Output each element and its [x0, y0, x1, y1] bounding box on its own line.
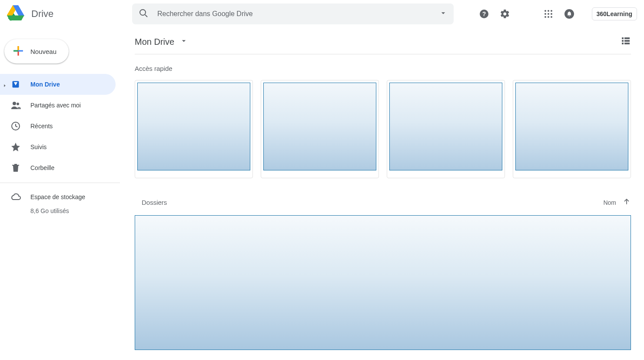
breadcrumb[interactable]: Mon Drive [135, 37, 188, 47]
search-bar[interactable]: Rechercher dans Google Drive [132, 3, 454, 24]
new-button[interactable]: Nouveau [4, 39, 69, 63]
sidebar-item-trash[interactable]: Corbeille [0, 157, 116, 178]
thumbnail-placeholder [515, 83, 628, 170]
svg-rect-33 [624, 40, 630, 42]
svg-rect-23 [17, 46, 19, 51]
thumbnail-placeholder [263, 83, 376, 170]
svg-rect-32 [622, 40, 624, 42]
search-icon [138, 8, 149, 20]
drive-icon [10, 79, 21, 90]
drive-logo-icon [7, 4, 24, 23]
header-actions: ? 360Learning [479, 7, 637, 20]
divider [135, 54, 631, 54]
sidebar-item-label: Récents [30, 123, 53, 130]
sidebar-item-label: Corbeille [30, 164, 54, 171]
quick-access-card[interactable] [261, 80, 379, 178]
main-content: Mon Drive Accès rapide [120, 28, 644, 360]
apps-grid-icon[interactable] [543, 9, 554, 19]
svg-point-13 [548, 10, 549, 12]
folders-panel-placeholder[interactable] [135, 215, 631, 350]
svg-rect-25 [13, 50, 18, 51]
card-footer [261, 173, 378, 178]
svg-point-14 [551, 10, 552, 12]
sidebar-item-label: Suivis [30, 143, 46, 150]
svg-point-8 [140, 10, 146, 15]
sidebar-nav: Mon Drive Partagés avec moi Récents Suiv… [0, 74, 120, 178]
search-options-dropdown-icon[interactable] [439, 9, 448, 19]
arrow-up-icon [622, 197, 631, 207]
breadcrumb-title: Mon Drive [135, 37, 174, 47]
sidebar-item-shared[interactable]: Partagés avec moi [0, 95, 116, 116]
quick-access-card[interactable] [387, 80, 505, 178]
svg-point-19 [548, 16, 549, 18]
svg-point-20 [551, 16, 552, 18]
plus-icon [12, 45, 24, 58]
sort-control[interactable]: Nom [603, 197, 631, 207]
quick-access-row [135, 80, 631, 178]
card-footer [387, 173, 505, 178]
svg-point-15 [544, 13, 546, 15]
svg-rect-35 [624, 43, 630, 44]
svg-point-17 [551, 13, 552, 15]
clock-icon [10, 121, 21, 131]
svg-text:?: ? [482, 10, 486, 17]
sidebar-item-recent[interactable]: Récents [0, 116, 116, 137]
storage-used: 8,6 Go utilisés [0, 207, 120, 214]
svg-rect-34 [622, 43, 624, 44]
settings-gear-icon[interactable] [500, 9, 510, 19]
logo-block[interactable]: Drive [7, 4, 115, 23]
svg-point-16 [548, 13, 549, 15]
sidebar-item-label: Partagés avec moi [30, 102, 81, 109]
svg-marker-7 [7, 16, 24, 20]
svg-point-12 [544, 10, 546, 12]
sort-label: Nom [603, 199, 616, 206]
people-icon [10, 100, 21, 110]
storage-label: Espace de stockage [30, 193, 85, 200]
svg-line-9 [145, 15, 147, 17]
svg-point-18 [544, 16, 546, 18]
new-button-label: Nouveau [30, 48, 56, 55]
app-name: Drive [31, 8, 53, 20]
cloud-icon [10, 192, 21, 202]
folders-header: Dossiers Nom [135, 197, 631, 207]
account-chip[interactable]: 360Learning [592, 7, 637, 20]
trash-icon [10, 163, 21, 173]
notifications-bell-icon[interactable] [564, 9, 574, 19]
thumbnail-placeholder [137, 83, 250, 170]
sidebar-item-storage[interactable]: Espace de stockage [0, 189, 120, 205]
view-list-icon[interactable] [621, 36, 631, 48]
svg-rect-30 [622, 37, 624, 39]
star-icon [10, 142, 21, 152]
help-icon[interactable]: ? [479, 9, 489, 19]
quick-access-card[interactable] [513, 80, 631, 178]
chevron-down-icon [179, 37, 188, 47]
svg-point-27 [13, 102, 16, 105]
svg-point-28 [17, 103, 19, 105]
app-header: Drive Rechercher dans Google Drive ? [0, 0, 644, 28]
sidebar-item-label: Mon Drive [30, 81, 60, 88]
path-bar: Mon Drive [135, 30, 631, 54]
divider [0, 183, 120, 183]
folders-heading: Dossiers [135, 199, 167, 206]
search-input[interactable]: Rechercher dans Google Drive [157, 10, 253, 18]
sidebar: Nouveau Mon Drive Partagés avec moi [0, 28, 120, 360]
card-footer [135, 173, 252, 178]
quick-access-card[interactable] [135, 80, 253, 178]
thumbnail-placeholder [389, 83, 502, 170]
sidebar-item-starred[interactable]: Suivis [0, 137, 116, 157]
expand-caret-icon[interactable] [3, 82, 7, 87]
sidebar-item-my-drive[interactable]: Mon Drive [0, 74, 116, 95]
svg-rect-31 [624, 37, 630, 39]
card-footer [513, 173, 631, 178]
quick-access-heading: Accès rapide [135, 65, 631, 72]
